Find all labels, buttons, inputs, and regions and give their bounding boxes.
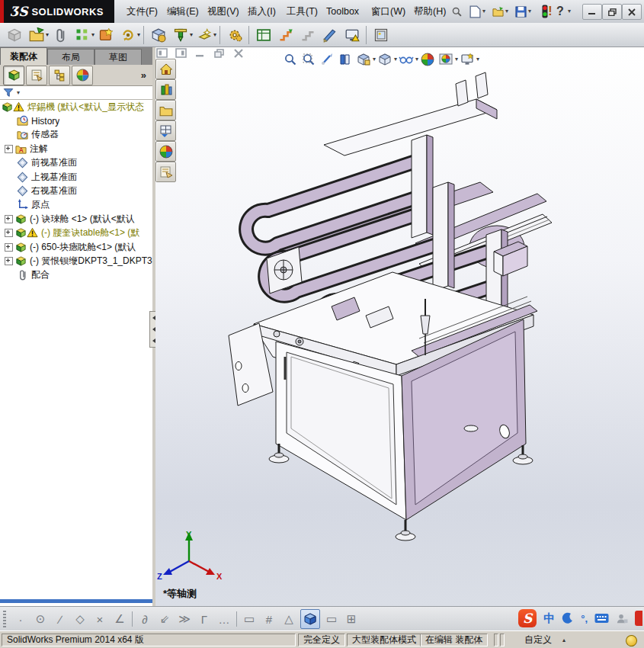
property-manager-tab-button[interactable]	[26, 66, 47, 85]
tree-item-component-3[interactable]: (-) 650-块瘱眈舱<1> (默认	[0, 240, 152, 254]
single-viewport-icon[interactable]: ▭	[322, 612, 341, 626]
tab-assembly[interactable]: 装配体	[0, 47, 47, 66]
minimize-button[interactable]	[582, 4, 602, 20]
tree-item-right-plane[interactable]: 右视基准面	[0, 184, 152, 197]
save-dropdown-icon[interactable]: ▾	[526, 3, 533, 20]
user-profile-icon[interactable]	[616, 613, 628, 624]
panel-splitter-bar[interactable]	[0, 599, 152, 603]
plane-icon	[17, 157, 28, 168]
motion-study-button[interactable]	[224, 24, 245, 45]
preview-window-button[interactable]	[370, 24, 391, 45]
spline-tool-icon[interactable]: ∂	[135, 613, 155, 626]
custom-dropdown-icon[interactable]: ▴	[562, 637, 566, 643]
trim-tool-icon[interactable]: ×	[90, 613, 110, 626]
new-document-dropdown-icon[interactable]: ▾	[480, 3, 488, 20]
corner-tool-icon[interactable]: Γ	[194, 613, 214, 626]
tag-coin-icon[interactable]	[624, 634, 639, 648]
tab-layout[interactable]: 布局	[47, 49, 95, 66]
expand-icon[interactable]	[5, 215, 13, 223]
tree-item-sensors[interactable]: 传感器	[0, 128, 152, 142]
exploded-view-button[interactable]	[275, 24, 296, 45]
bill-of-materials-button[interactable]	[253, 24, 274, 45]
punctuation-mode-icon[interactable]: °,	[581, 613, 588, 624]
tree-item-component-2[interactable]: (-) 腰奎诀table舱<1> (默	[0, 226, 152, 240]
grid-icon[interactable]: #	[259, 613, 279, 626]
configuration-manager-tab-button[interactable]	[49, 66, 70, 85]
reference-geometry-dropdown-icon[interactable]: ▾	[213, 31, 216, 38]
expand-icon[interactable]	[5, 145, 13, 153]
menu-view[interactable]: 视图(V)	[201, 0, 245, 23]
shaded-view-button[interactable]	[300, 609, 320, 629]
move-component-dropdown-icon[interactable]: ▾	[137, 31, 140, 38]
feature-manager-tab-button[interactable]	[3, 66, 24, 85]
open-document-dropdown-icon[interactable]: ▾	[503, 3, 511, 20]
component-pattern-button[interactable]	[72, 24, 92, 45]
point-tool-icon[interactable]: ·	[11, 613, 30, 626]
menu-edit[interactable]: 编辑(E)	[161, 0, 205, 23]
tab-sketch[interactable]: 草图	[95, 49, 142, 66]
assembly-visualization-button[interactable]	[341, 24, 362, 45]
mirror-tool-icon[interactable]: ⇙	[155, 612, 175, 626]
sogou-logo-icon[interactable]: S	[518, 609, 537, 627]
expand-icon[interactable]	[5, 229, 13, 237]
toolbar-drag-handle[interactable]	[3, 611, 6, 627]
panel-overflow-chevron-icon[interactable]: »	[141, 69, 146, 81]
tree-item-front-plane[interactable]: 前视基准面	[0, 156, 152, 170]
assembly-3d-model[interactable]	[152, 47, 644, 606]
menu-file[interactable]: 文件(F)	[120, 0, 164, 23]
interference-detection-button[interactable]	[319, 24, 340, 45]
show-hidden-components-button[interactable]	[148, 24, 168, 45]
assembly-features-button[interactable]	[170, 24, 191, 45]
errors-icon[interactable]: !	[546, 3, 555, 20]
menu-tools[interactable]: 工具(T)	[280, 0, 324, 23]
expand-icon[interactable]	[5, 243, 13, 252]
menu-toolbox[interactable]: Toolbox	[320, 0, 365, 23]
angle-tool-icon[interactable]: ∠	[110, 612, 130, 626]
solidworks-window: ƷS SOLIDWORKS 文件(F) 编辑(E) 视图(V) 插入(I) 工具…	[0, 0, 644, 648]
graphics-viewport[interactable]: ▾ ▾ ▾ ▾ ▾	[155, 47, 644, 606]
reference-geometry-button[interactable]	[194, 24, 214, 45]
offset-tool-icon[interactable]: ≫	[175, 612, 194, 626]
tree-item-mates[interactable]: 配合	[0, 268, 152, 282]
tree-item-annotations[interactable]: A 注解	[0, 142, 152, 156]
help-icon[interactable]: ?	[555, 3, 566, 20]
edit-component-button[interactable]	[4, 24, 24, 45]
tree-item-component-1[interactable]: (-) 诀琜舱 <1> (默认<默认	[0, 212, 152, 226]
move-component-button[interactable]	[117, 24, 138, 45]
sogou-toolbox-icon[interactable]	[635, 611, 642, 626]
tree-item-origin[interactable]: 原点	[0, 198, 152, 212]
filter-funnel-icon[interactable]	[3, 88, 14, 98]
menu-window[interactable]: 窗口(W)	[365, 0, 412, 23]
search-icon[interactable]	[448, 3, 465, 20]
four-viewport-icon[interactable]: ⊞	[341, 612, 361, 626]
expand-icon[interactable]	[5, 257, 13, 265]
menu-help[interactable]: 帮助(H)	[408, 0, 452, 23]
mate-button[interactable]	[50, 24, 70, 45]
menu-insert[interactable]: 插入(I)	[242, 0, 282, 23]
chinese-mode-icon[interactable]: 中	[543, 611, 555, 626]
ruler-icon[interactable]: ▭	[239, 612, 259, 626]
display-manager-tab-button[interactable]	[72, 66, 93, 85]
tree-item-history[interactable]: History	[0, 114, 152, 127]
circle-tool-icon[interactable]: ⊙	[30, 612, 50, 626]
tree-item-top-plane[interactable]: 上视基准面	[0, 170, 152, 184]
restore-button[interactable]	[602, 4, 622, 20]
component-pattern-dropdown-icon[interactable]: ▾	[91, 31, 95, 38]
soft-keyboard-icon[interactable]	[594, 613, 609, 624]
insert-components-dropdown-icon[interactable]: ▾	[46, 31, 49, 38]
smart-fasteners-button[interactable]	[95, 24, 116, 45]
status-custom[interactable]: 自定义 ▴	[524, 634, 566, 646]
polygon-tool-icon[interactable]: ◇	[70, 612, 90, 626]
close-button[interactable]	[622, 4, 642, 20]
dimension-tool-icon[interactable]: …	[214, 613, 234, 626]
explode-line-sketch-button[interactable]	[297, 24, 318, 45]
help-dropdown-icon[interactable]: ▾	[566, 3, 573, 20]
tree-item-component-4[interactable]: (-) 簧恨钡缏DKPT3_1_DKPT3-	[0, 254, 152, 268]
assembly-features-dropdown-icon[interactable]: ▾	[190, 31, 193, 38]
line-tool-icon[interactable]: ∕	[50, 613, 70, 626]
fullmoon-halfmoon-icon[interactable]	[562, 612, 574, 624]
filter-dropdown-icon[interactable]: ▾	[17, 90, 20, 96]
measure-icon[interactable]: △	[279, 612, 299, 626]
tree-item-root[interactable]: 焊錫機 (默认<默认_显示状态	[0, 100, 152, 114]
insert-components-button[interactable]	[26, 24, 46, 45]
